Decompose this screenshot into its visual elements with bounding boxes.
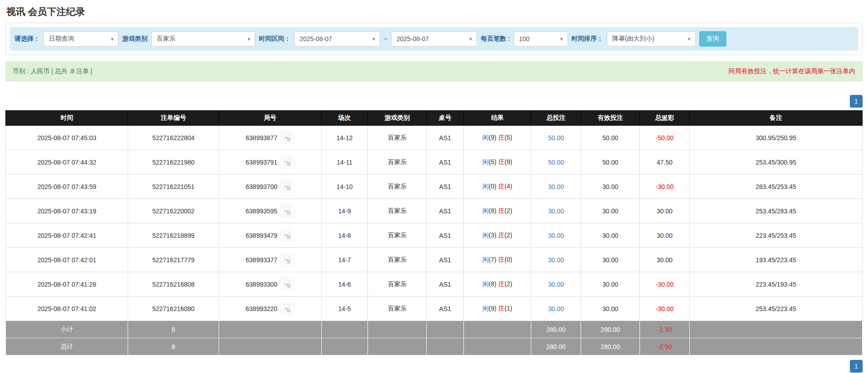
cell-table-no: AS1 bbox=[427, 199, 463, 223]
same-round-note: 同局有效投注，统一计算在该局第一张注单内 bbox=[729, 67, 855, 76]
cell-game-type: 百家乐 bbox=[367, 272, 426, 297]
sort-label: 时间排序： bbox=[572, 35, 603, 43]
cell-total-bet: 30.00 bbox=[531, 297, 581, 321]
header-total-bet: 总投注 bbox=[531, 111, 581, 126]
round-id-text: 638993791 bbox=[246, 159, 277, 166]
table-row: 2025-08-07 07:42:01 522716217779 6389933… bbox=[6, 248, 863, 272]
header-table-no: 桌号 bbox=[427, 111, 463, 126]
cell-time: 2025-08-07 07:42:41 bbox=[6, 223, 128, 248]
game-type-dropdown[interactable]: 百家乐 ▼ bbox=[151, 31, 255, 47]
page: 视讯 会员下注纪录 请选择： 日期查询 ▼ 游戏类别 百家乐 ▼ 时间区间： 2… bbox=[0, 0, 868, 373]
cell-round-id: 638993877 bbox=[219, 126, 321, 150]
date-to-dropdown[interactable]: 2025-08-07 ▼ bbox=[391, 31, 477, 47]
cell-table-no: AS1 bbox=[427, 126, 463, 150]
total-bet-link[interactable]: 30.00 bbox=[548, 256, 564, 264]
cell-game-type: 百家乐 bbox=[367, 126, 426, 150]
table-row: 2025-08-07 07:41:28 522716216808 6389933… bbox=[6, 272, 863, 297]
video-clip-icon bbox=[282, 137, 292, 144]
subtotal-row: 小计 8 280.00 280.00 -2.50 bbox=[6, 321, 863, 338]
summary-bar: 币别 : 人民币 | 总共 :8 注单 | 同局有效投注，统一计算在该局第一张注… bbox=[5, 61, 863, 81]
cell-time: 2025-08-07 07:43:19 bbox=[6, 199, 128, 223]
cell-result: 闲(9) 庄(5) bbox=[463, 126, 531, 150]
result-banker-points: (4) bbox=[505, 183, 512, 190]
video-clip-icon bbox=[282, 308, 292, 315]
result-player-points: (9) bbox=[489, 305, 496, 312]
video-replay-button[interactable] bbox=[280, 253, 295, 266]
total-bet-link[interactable]: 30.00 bbox=[548, 305, 564, 312]
per-page-dropdown[interactable]: 100 ▼ bbox=[514, 31, 568, 47]
page-1-button[interactable]: 1 bbox=[850, 360, 863, 373]
sort-dropdown[interactable]: 降幂(由大到小) ▼ bbox=[607, 31, 696, 47]
cell-time: 2025-08-07 07:42:01 bbox=[6, 248, 128, 272]
cell-time: 2025-08-07 07:44:32 bbox=[6, 150, 128, 175]
cell-remark: 283.45/253.45 bbox=[689, 175, 862, 199]
total-bet-link[interactable]: 30.00 bbox=[548, 281, 564, 288]
cell-game-type: 百家乐 bbox=[367, 248, 426, 272]
cell-result: 闲(5) 庄(9) bbox=[463, 150, 531, 175]
query-type-dropdown[interactable]: 日期查询 ▼ bbox=[43, 31, 119, 47]
cell-game-type: 百家乐 bbox=[367, 297, 426, 321]
video-replay-button[interactable] bbox=[280, 204, 295, 217]
round-id-text: 638993377 bbox=[246, 256, 277, 264]
video-clip-icon bbox=[282, 161, 292, 168]
cell-result: 闲(8) 庄(2) bbox=[463, 272, 531, 297]
header-valid-bet: 有效投注 bbox=[581, 111, 639, 126]
chevron-down-icon: ▼ bbox=[683, 37, 692, 42]
result-player-label: 闲 bbox=[482, 158, 489, 165]
table-header-row: 时间 注单编号 局号 场次 游戏类别 桌号 结果 总投注 有效投注 总派彩 备注 bbox=[6, 111, 863, 126]
cell-table-no: AS1 bbox=[427, 175, 463, 199]
cell-session: 14-11 bbox=[321, 150, 367, 175]
video-replay-button[interactable] bbox=[280, 278, 295, 291]
total-bet-link[interactable]: 30.00 bbox=[548, 183, 564, 190]
total-bet-link[interactable]: 30.00 bbox=[548, 208, 564, 215]
cell-time: 2025-08-07 07:41:28 bbox=[6, 272, 128, 297]
result-banker-label: 庄 bbox=[498, 158, 505, 165]
result-player-label: 闲 bbox=[482, 231, 489, 239]
video-replay-button[interactable] bbox=[280, 131, 295, 144]
currency-total-text: 币别 : 人民币 | 总共 :8 注单 | bbox=[13, 67, 92, 76]
game-type-label: 游戏类别 bbox=[122, 35, 148, 43]
date-from-dropdown[interactable]: 2025-08-07 ▼ bbox=[294, 31, 380, 47]
round-id-text: 638993877 bbox=[246, 134, 277, 142]
cell-round-id: 638993791 bbox=[219, 150, 321, 175]
cell-session: 14-9 bbox=[321, 199, 367, 223]
date-range-tilde: ~ bbox=[384, 35, 387, 42]
cell-result: 闲(3) 庄(2) bbox=[463, 223, 531, 248]
cell-bet-id: 522716217779 bbox=[128, 248, 219, 272]
round-id-text: 638993700 bbox=[246, 183, 277, 190]
cell-valid-bet: 30.00 bbox=[581, 297, 639, 321]
table-row: 2025-08-07 07:44:32 522716221980 6389937… bbox=[6, 150, 863, 175]
cell-session: 14-8 bbox=[321, 223, 367, 248]
cell-payout: 47.50 bbox=[640, 150, 690, 175]
cell-table-no: AS1 bbox=[427, 150, 463, 175]
cell-result: 闲(8) 庄(2) bbox=[463, 199, 531, 223]
table-row: 2025-08-07 07:43:19 522716220002 6389935… bbox=[6, 199, 863, 223]
video-clip-icon bbox=[282, 235, 292, 241]
cell-bet-id: 522716222804 bbox=[128, 126, 219, 150]
header-game-type: 游戏类别 bbox=[367, 111, 426, 126]
total-label: 总计 bbox=[6, 338, 128, 355]
cell-remark: 300.95/250.95 bbox=[689, 126, 862, 150]
cell-session: 14-12 bbox=[321, 126, 367, 150]
total-bet-link[interactable]: 50.00 bbox=[548, 159, 564, 166]
video-replay-button[interactable] bbox=[280, 156, 295, 169]
result-banker-points: (1) bbox=[505, 305, 512, 312]
total-payout: -2.50 bbox=[640, 338, 690, 355]
search-button[interactable]: 查询 bbox=[699, 31, 726, 47]
total-bet-link[interactable]: 50.00 bbox=[548, 134, 564, 142]
total-valid-bet: 280.00 bbox=[581, 338, 639, 355]
total-bet-link[interactable]: 30.00 bbox=[548, 232, 564, 239]
page-1-button[interactable]: 1 bbox=[850, 95, 863, 108]
cell-result: 闲(9) 庄(1) bbox=[463, 297, 531, 321]
result-player-label: 闲 bbox=[482, 305, 489, 312]
video-replay-button[interactable] bbox=[280, 302, 295, 315]
table-row: 2025-08-07 07:45:03 522716222804 6389938… bbox=[6, 126, 863, 150]
video-replay-button[interactable] bbox=[280, 180, 295, 193]
result-player-points: (0) bbox=[489, 183, 496, 190]
subtotal-count: 8 bbox=[128, 321, 219, 338]
cell-remark: 253.45/283.45 bbox=[689, 199, 862, 223]
result-player-label: 闲 bbox=[482, 134, 489, 141]
header-remark: 备注 bbox=[689, 111, 862, 126]
video-replay-button[interactable] bbox=[280, 229, 295, 242]
per-page-value: 100 bbox=[519, 35, 529, 42]
